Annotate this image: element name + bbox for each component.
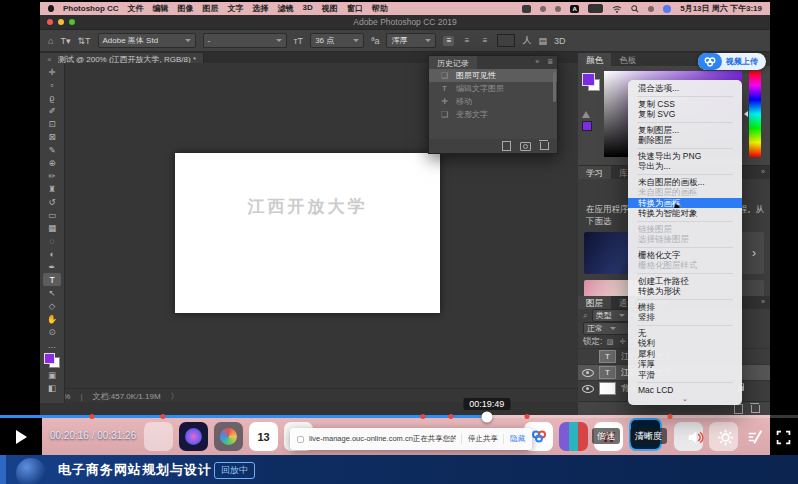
tab-色板[interactable]: 色板	[611, 53, 644, 66]
delete-layer-icon[interactable]	[751, 405, 760, 413]
hand-tool[interactable]: ✋	[43, 312, 61, 325]
blur-tool[interactable]: ◌	[43, 234, 61, 247]
menu-item[interactable]: 横排	[628, 302, 742, 313]
history-title[interactable]: 历史记录	[429, 56, 477, 69]
quick-mask-icon[interactable]: ▣	[43, 368, 61, 381]
new-snapshot-icon[interactable]	[520, 142, 531, 151]
eyedropper-tool[interactable]: ✎	[43, 143, 61, 156]
menu-item[interactable]: 栅格化文字	[628, 250, 742, 261]
new-document-from-state-icon[interactable]	[502, 141, 511, 151]
upload-button[interactable]: 视频上传	[698, 53, 766, 70]
delete-state-icon[interactable]	[540, 142, 549, 150]
menubar-clock[interactable]: 5月13日 周六 下午3:19	[680, 3, 762, 14]
menubar-menu-视图[interactable]: 视图	[322, 3, 338, 14]
menu-item[interactable]: 创建工作路径	[628, 276, 742, 287]
canvas-text[interactable]: 江西开放大学	[175, 195, 440, 218]
hue-slider[interactable]	[749, 71, 761, 157]
siri-icon[interactable]	[663, 5, 671, 13]
menu-item[interactable]: 删除图层	[628, 135, 742, 146]
panel-menu-icon[interactable]: ≣	[543, 56, 557, 69]
volume-button[interactable]	[684, 426, 706, 448]
healing-brush-tool[interactable]: ⊕	[43, 156, 61, 169]
menu-item[interactable]: 复制 SVG	[628, 109, 742, 120]
screen-mode-icon[interactable]: ◧	[43, 381, 61, 394]
history-item[interactable]: ✛移动	[429, 95, 557, 108]
dodge-tool[interactable]: ◐	[43, 247, 61, 260]
control-center-icon[interactable]	[648, 6, 654, 12]
home-icon[interactable]: ⌂	[48, 36, 53, 46]
menu-item[interactable]: 复制 CSS	[628, 99, 742, 110]
move-tool[interactable]: ✛	[43, 65, 61, 78]
pen-tool[interactable]: ✒	[43, 260, 61, 273]
settings-button[interactable]	[714, 426, 736, 448]
close-window-button[interactable]	[47, 19, 53, 25]
menu-scroll-down-icon[interactable]: ⌄	[628, 396, 742, 404]
collapse-panel-icon[interactable]: »	[756, 296, 770, 309]
foreground-background-swatches[interactable]	[582, 73, 600, 91]
eraser-tool[interactable]: ▭	[43, 208, 61, 221]
warp-text-icon[interactable]: 人	[522, 34, 531, 47]
tab-颜色[interactable]: 颜色	[578, 53, 611, 66]
menu-item[interactable]: 复制图层...	[628, 125, 742, 136]
menu-item[interactable]: Mac LCD	[628, 385, 742, 396]
history-item[interactable]: T编辑文字图层	[429, 82, 557, 95]
align-left-button[interactable]: ≡	[443, 36, 454, 46]
lasso-tool[interactable]: ϱ	[43, 91, 61, 104]
menu-item[interactable]: 锐利	[628, 338, 742, 349]
menu-item[interactable]: 转换为智能对象	[628, 208, 742, 219]
menu-item[interactable]: 平滑	[628, 370, 742, 381]
text-color-swatch[interactable]	[497, 34, 515, 47]
menu-item[interactable]: 来自图层的画板...	[628, 177, 742, 188]
type-tool-icon[interactable]: T▾	[60, 36, 70, 46]
crop-tool[interactable]: ⊡	[43, 117, 61, 130]
zoom-tool[interactable]: ⊙	[43, 325, 61, 338]
threed-button[interactable]: 3D	[554, 36, 566, 46]
quality-button[interactable]: 清晰度	[630, 428, 667, 444]
type-tool[interactable]: T	[43, 273, 61, 286]
layer-thumbnail[interactable]	[599, 382, 616, 395]
menu-item[interactable]: 混合选项...	[628, 83, 742, 94]
marquee-tool[interactable]: ▫	[43, 78, 61, 91]
menu-item[interactable]: 转换为形状	[628, 286, 742, 297]
collapse-panel-icon[interactable]: »	[756, 166, 770, 179]
brush-tool[interactable]: ✏	[43, 169, 61, 182]
shape-tool[interactable]: ◇	[43, 299, 61, 312]
battery-icon[interactable]	[588, 4, 603, 13]
collapse-panel-icon[interactable]: »	[531, 56, 543, 69]
menu-item[interactable]: 导出为...	[628, 161, 742, 172]
playback-speed-button[interactable]: 倍速	[592, 428, 620, 444]
tab-图层[interactable]: 图层	[578, 296, 611, 309]
camera-tray-icon[interactable]	[555, 6, 561, 12]
font-style-select[interactable]: -	[203, 33, 287, 48]
quick-select-tool[interactable]: ✐	[43, 104, 61, 117]
layer-visibility-icon[interactable]	[582, 385, 594, 393]
wps-tray-icon[interactable]	[522, 5, 531, 13]
menu-item[interactable]: 快速导出为 PNG	[628, 151, 742, 162]
menubar-menu-3D[interactable]: 3D	[303, 3, 313, 14]
align-center-button[interactable]: ≡	[461, 36, 472, 46]
history-item[interactable]: ❏图层可见性	[429, 69, 557, 82]
status-chevron-icon[interactable]: 〉	[171, 391, 179, 402]
menubar-menu-图层[interactable]: 图层	[203, 3, 219, 14]
align-right-button[interactable]: ≡	[479, 36, 490, 46]
anti-alias-select[interactable]: 浑厚	[386, 33, 436, 48]
menubar-menu-图像[interactable]: 图像	[178, 3, 194, 14]
layer-thumbnail[interactable]: T	[599, 350, 616, 363]
wifi-icon[interactable]	[612, 5, 622, 13]
foreground-color-swatch[interactable]	[44, 353, 55, 364]
history-item[interactable]: ❏变形文字	[429, 108, 557, 121]
menubar-menu-帮助[interactable]: 帮助	[372, 3, 388, 14]
filter-type-select[interactable]: 类型	[592, 309, 629, 322]
toggle-panels-icon[interactable]: ▤	[538, 36, 547, 46]
layer-visibility-icon[interactable]	[582, 369, 594, 377]
text-orientation-icon[interactable]: ⇅T	[77, 36, 90, 46]
gradient-tool[interactable]: ▦	[43, 221, 61, 234]
menubar-app-name[interactable]: Photoshop CC	[63, 4, 119, 13]
clone-stamp-tool[interactable]: ♜	[43, 182, 61, 195]
fullscreen-button[interactable]	[772, 426, 794, 448]
zoom-window-button[interactable]	[69, 19, 75, 25]
apple-icon[interactable]	[48, 5, 54, 12]
ouc-tray-icon[interactable]	[540, 6, 546, 12]
danmaku-toggle-button[interactable]	[744, 426, 766, 448]
more-tools[interactable]: …	[43, 338, 61, 351]
